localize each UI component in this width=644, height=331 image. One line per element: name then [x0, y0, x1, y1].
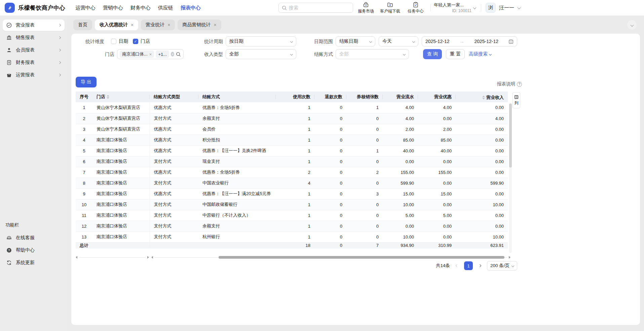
date-end-value[interactable]: 2025-12-12 — [474, 39, 498, 44]
svg-text:?: ? — [8, 248, 10, 252]
tab-business-stats[interactable]: 营业统计 × — [141, 20, 175, 30]
scroll-left-icon[interactable] — [151, 256, 153, 259]
query-button[interactable]: 查 询 — [423, 49, 442, 59]
sort-icon[interactable] — [482, 96, 485, 100]
close-icon[interactable]: × — [167, 22, 170, 28]
tab-income-discount-stats[interactable]: 收入优惠统计 × — [95, 20, 138, 30]
user-name[interactable]: 汪一一 — [499, 5, 514, 11]
chevron-down-icon — [489, 53, 492, 56]
select-value: 结账日期 — [339, 38, 370, 44]
report-card: 统计维度 日期 ✓ 门店 统计周期 按日期 日期范围 结账日期 今天 — [71, 34, 640, 325]
clear-icon[interactable]: × — [171, 52, 174, 57]
chevron-down-icon — [290, 53, 293, 56]
table-row: 11 南京浦口体验店 支付方式 中原银行（不计入收入） 1 0 0 5.00 5… — [76, 210, 508, 221]
column-settings-label: 列 — [515, 100, 519, 106]
col-store[interactable]: 门店 — [92, 91, 150, 102]
search-input[interactable] — [289, 5, 343, 10]
page-size-select[interactable]: 200 条/页 — [487, 261, 517, 270]
col-use-count: 使用次数 — [276, 91, 314, 102]
current-page-button[interactable]: 1 — [464, 261, 473, 270]
arrow-right-icon: → — [460, 39, 464, 44]
next-page-button[interactable] — [477, 261, 483, 270]
sidebar-item-sales-report[interactable]: 销售报表 — [3, 32, 65, 43]
select-value: 今天 — [382, 38, 413, 44]
columns-icon — [514, 95, 519, 99]
tab-label: 收入优惠统计 — [100, 22, 128, 28]
topbar-divider — [430, 4, 431, 11]
settle-method-label: 结账方式 — [308, 49, 333, 59]
horizontal-scrollbar[interactable] — [151, 256, 510, 259]
scroll-right-icon[interactable] — [147, 256, 149, 259]
sidebar-item-business-report[interactable]: 营业报表 — [3, 20, 65, 31]
table-row: 5 南京浦口体验店 优惠方式 优惠券：【汪一一】兑换2件啤酒 1 0 1 40.… — [76, 145, 508, 156]
date-start-value[interactable]: 2025-12-12 — [425, 39, 450, 44]
sidebar-item-help-center[interactable]: ? 帮助中心 — [3, 245, 65, 256]
quick-action-task-center[interactable]: 任务中心 — [406, 1, 426, 14]
tab-overflow-button[interactable] — [627, 20, 637, 30]
table-row: 13 南京浦口体验店 支付方式 杭州银行 1 0 0 10.00 0.00 10… — [76, 231, 508, 242]
store-tag-label: 南京浦口体... — [122, 51, 148, 57]
report-table: 序号 门店 结账方式类型 结账方式 使用次数 退款次数 券核销张数 营业流水 营… — [76, 91, 508, 249]
nav-report-center[interactable]: 报表中心 — [181, 5, 201, 11]
fixed-columns-scrollbar[interactable] — [76, 256, 149, 259]
sidebar-item-label: 销售报表 — [16, 35, 35, 41]
dimension-date-checkbox[interactable]: 日期 — [111, 36, 128, 46]
sidebar-item-online-support[interactable]: 在线客服 — [3, 232, 65, 244]
search-icon[interactable] — [176, 52, 181, 57]
nav-operation-center[interactable]: 运营中心 — [75, 5, 96, 11]
period-select[interactable]: 按日期 — [226, 36, 296, 46]
close-icon[interactable]: × — [149, 52, 152, 57]
store-multiselect[interactable]: 南京浦口体... × +1... × — [117, 49, 184, 59]
merchant-switcher[interactable]: 年轻人第一家... ID: 100011 — [434, 2, 471, 13]
merchant-name: 年轻人第一家... — [434, 2, 471, 8]
advanced-search-link[interactable]: 高级搜索 — [469, 49, 491, 59]
sidebar-item-member-report[interactable]: 会员报表 — [3, 44, 65, 56]
date-type-select[interactable]: 结账日期 — [336, 36, 375, 46]
brand-title: 乐檬餐饮商户中心 — [18, 4, 65, 12]
scroll-right-icon[interactable] — [509, 256, 510, 259]
horizontal-scrollbar-handle[interactable] — [219, 256, 504, 259]
dimension-store-checkbox[interactable]: ✓ 门店 — [133, 36, 150, 46]
prev-page-button[interactable] — [454, 261, 460, 270]
chevron-down-icon — [403, 53, 406, 56]
sidebar-item-operation-report[interactable]: 运营报表 — [3, 69, 65, 81]
sort-icon[interactable] — [107, 95, 109, 99]
date-preset-select[interactable]: 今天 — [379, 36, 418, 46]
scroll-left-icon[interactable] — [76, 256, 77, 259]
col-revenue-income[interactable]: 营业收入 — [456, 91, 508, 102]
export-button[interactable]: 导 出 — [76, 77, 97, 87]
checkbox-unchecked-icon[interactable] — [111, 39, 116, 44]
nav-supply-chain[interactable]: 供应链 — [158, 5, 173, 11]
nav-marketing-center[interactable]: 营销中心 — [103, 5, 123, 11]
select-value: 全部 — [339, 51, 403, 57]
sidebar-item-finance-report[interactable]: 财务报表 — [3, 57, 65, 68]
chevron-right-icon — [58, 24, 61, 27]
settle-method-select[interactable]: 全部 — [336, 49, 409, 59]
col-coupon-count: 券核销张数 — [346, 91, 383, 102]
close-icon[interactable]: × — [131, 22, 134, 28]
operation-report-icon — [6, 72, 12, 78]
report-note[interactable]: 报表说明 ? — [497, 81, 522, 87]
quick-action-client-download[interactable]: 客户端下载 — [377, 1, 404, 14]
table-row: 7 南京浦口体验店 优惠方式 优惠券：全场5折券 2 0 2 155.00 15… — [76, 167, 508, 178]
sidebar-item-system-update[interactable]: 系统更新 — [3, 257, 65, 268]
reset-button[interactable]: 重 置 — [446, 49, 465, 59]
column-settings-button[interactable]: 列 — [513, 92, 520, 108]
vertical-scrollbar[interactable] — [509, 103, 512, 253]
avatar[interactable]: 浏 — [486, 3, 496, 13]
store-tag-more[interactable]: +1... — [156, 50, 169, 58]
date-range-picker[interactable]: 2025-12-12 → 2025-12-12 — [422, 36, 517, 46]
checkbox-checked-icon[interactable]: ✓ — [133, 39, 138, 44]
chevron-right-icon — [58, 49, 61, 51]
quick-action-service-market[interactable]: 服务市场 — [356, 1, 375, 14]
nav-finance-center[interactable]: 财务中心 — [130, 5, 151, 11]
global-search[interactable] — [278, 3, 353, 13]
tab-home[interactable]: 首页 — [73, 20, 92, 30]
vertical-scrollbar-handle[interactable] — [509, 104, 512, 168]
brand-logo-icon[interactable] — [5, 3, 15, 13]
tab-product-marketing-stats[interactable]: 商品营销统计 × — [178, 20, 221, 30]
merchant-id: ID: 100011 — [434, 8, 471, 13]
income-type-select[interactable]: 全部 — [226, 49, 296, 59]
table-row: 4 南京浦口体验店 优惠方式 积分抵扣 1 0 0 85.00 85.00 0.… — [76, 135, 508, 145]
close-icon[interactable]: × — [214, 22, 216, 28]
